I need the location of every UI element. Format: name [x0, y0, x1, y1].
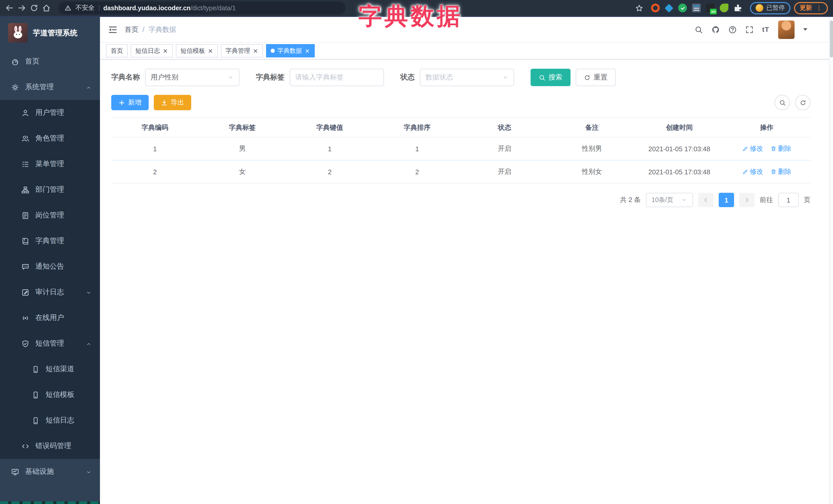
pagination: 共 2 条 10条/页 1 前往 1 页 [111, 193, 822, 207]
sidebar-item[interactable]: 短信渠道 [0, 356, 100, 382]
refresh-table-button[interactable] [795, 95, 810, 110]
sidebar-item[interactable]: 菜单管理 [0, 151, 100, 177]
users-icon [22, 135, 29, 142]
delete-link[interactable]: 删除 [770, 167, 791, 176]
close-icon[interactable] [305, 48, 310, 54]
export-button[interactable]: 导出 [154, 95, 191, 110]
prev-page-button[interactable] [698, 193, 714, 207]
active-tab-dot [271, 49, 275, 53]
sidebar-item-label: 短信管理 [35, 339, 64, 348]
sidebar-item[interactable]: 短信模板 [0, 382, 100, 408]
sidebar-item[interactable]: 在线用户 [0, 305, 100, 331]
extension-leaf-icon[interactable] [720, 4, 729, 12]
page-size-select[interactable]: 10条/页 [646, 193, 693, 207]
sidebar-item[interactable]: 部门管理 [0, 177, 100, 202]
browser-update-button[interactable]: 更新 [794, 2, 828, 14]
search-icon [539, 74, 545, 81]
edit-link[interactable]: 修改 [742, 167, 763, 176]
sidebar-item[interactable]: 审计日志 [0, 280, 100, 305]
next-page-button[interactable] [739, 193, 755, 207]
tag-tab[interactable]: 短信模板 [176, 44, 218, 57]
sidebar-item[interactable]: 系统管理 [0, 74, 100, 100]
goto-page-input[interactable]: 1 [778, 193, 799, 207]
kebab-menu-icon[interactable] [815, 5, 822, 11]
cell-status: 开启 [461, 137, 548, 160]
cell-value: 2 [286, 160, 374, 183]
github-icon[interactable] [711, 25, 719, 33]
sidebar-item[interactable]: 角色管理 [0, 126, 100, 151]
sidebar-item-label: 岗位管理 [35, 211, 64, 220]
goto-label: 前往 [760, 195, 773, 205]
edit-link[interactable]: 修改 [742, 144, 763, 153]
column-header: 创建时间 [636, 118, 723, 137]
tag-tab[interactable]: 字典管理 [221, 44, 263, 57]
column-header: 字典标签 [199, 118, 286, 137]
column-header: 备注 [548, 118, 636, 137]
forward-icon[interactable] [18, 4, 26, 12]
collapse-sidebar-icon[interactable] [108, 25, 117, 34]
reset-button[interactable]: 重置 [576, 69, 616, 86]
extension-orange-icon[interactable] [651, 4, 660, 12]
cell-status: 开启 [461, 160, 548, 183]
sidebar-item-label: 审计日志 [35, 288, 64, 297]
bookmark-star-icon[interactable] [635, 4, 643, 12]
column-header: 字典排序 [374, 118, 461, 137]
tag-tab[interactable]: 短信日志 [131, 44, 173, 57]
sidebar-item[interactable]: 岗位管理 [0, 202, 100, 228]
avatar-caret-down-icon[interactable] [803, 28, 807, 31]
not-secure-warning-icon[interactable] [65, 5, 71, 11]
help-icon[interactable] [728, 25, 736, 33]
close-icon[interactable] [253, 48, 258, 54]
extension-on-icon[interactable]: on [706, 4, 715, 12]
dict-name-select[interactable]: 用户性别 [145, 69, 239, 86]
sidebar-item[interactable]: 错误码管理 [0, 433, 100, 459]
dict-label-input[interactable]: 请输入字典标签 [290, 69, 384, 86]
edit-icon [742, 146, 748, 152]
sidebar-item[interactable]: 用户管理 [0, 100, 100, 126]
toggle-search-button[interactable] [775, 95, 790, 110]
sidebar-item[interactable]: 通知公告 [0, 254, 100, 280]
search-button[interactable]: 搜索 [530, 69, 571, 86]
add-button[interactable]: 新增 [111, 95, 149, 110]
current-page[interactable]: 1 [719, 193, 734, 207]
scrollbar-thumb[interactable] [830, 21, 833, 57]
sidebar-item-label: 菜单管理 [35, 160, 64, 169]
extension-check-icon[interactable] [678, 4, 687, 12]
table-row: 1男11开启性别男2021-01-05 17:03:48修改删除 [111, 137, 810, 160]
close-icon[interactable] [208, 48, 213, 54]
back-icon[interactable] [5, 4, 14, 12]
online-icon [22, 314, 29, 322]
sidebar-item[interactable]: 字典管理 [0, 228, 100, 254]
chevron-down-icon [502, 74, 508, 80]
close-icon[interactable] [163, 48, 168, 54]
refresh-icon [800, 99, 806, 106]
sidebar-item[interactable]: 短信管理 [0, 331, 100, 356]
home-icon[interactable] [42, 4, 51, 12]
fullscreen-icon[interactable] [745, 25, 753, 33]
breadcrumb-home[interactable]: 首页 [124, 25, 138, 34]
user-avatar[interactable] [778, 20, 794, 39]
delete-link[interactable]: 删除 [770, 144, 791, 153]
status-select[interactable]: 数据状态 [420, 69, 514, 86]
tag-tab[interactable]: 首页 [106, 44, 128, 57]
sidebar-logo[interactable]: 芋道管理系统 [0, 17, 100, 49]
sidebar-item[interactable]: 基础设施 [0, 459, 100, 484]
sidebar-item[interactable]: 短信日志 [0, 408, 100, 433]
font-size-button[interactable]: tT [762, 26, 769, 33]
reload-icon[interactable] [30, 4, 39, 12]
sidebar-item[interactable]: 首页 [0, 49, 100, 74]
tag-tab[interactable]: 字典数据 [266, 44, 315, 57]
search-icon[interactable] [694, 25, 703, 33]
sidebar-item-label: 部门管理 [35, 185, 64, 194]
trash-icon [770, 146, 777, 152]
paused-label: 已暂停 [766, 4, 785, 12]
address-bar[interactable]: 不安全 dashboard.yudao.iocoder.cn/dict/type… [58, 2, 346, 14]
chat-bubble-icon [22, 263, 29, 270]
extension-blue-icon[interactable] [665, 4, 673, 12]
profile-paused-chip[interactable]: 已暂停 [750, 2, 790, 14]
window-scrollbar[interactable] [829, 18, 833, 504]
sidebar-item-label: 通知公告 [35, 262, 64, 271]
extension-bars-icon[interactable] [692, 4, 701, 12]
extensions-puzzle-icon[interactable] [734, 4, 742, 12]
filter-form: 字典名称 用户性别 字典标签 请输入字典标签 状态 数据状态 [111, 69, 822, 86]
